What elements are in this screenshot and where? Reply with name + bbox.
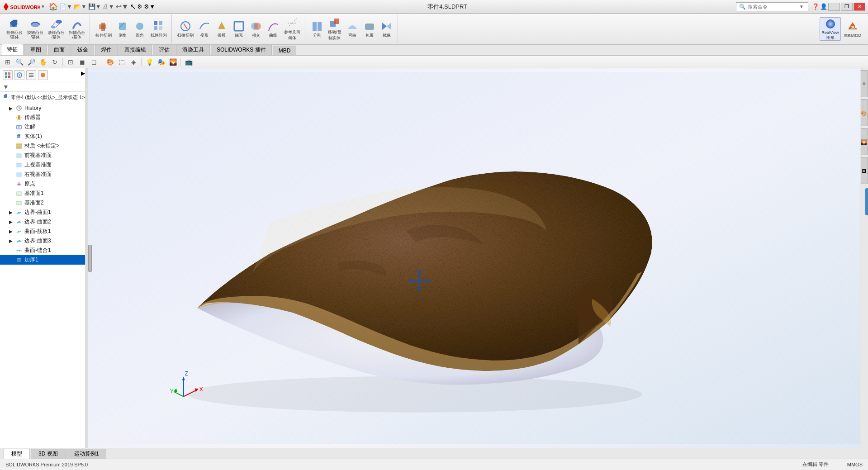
tab-weldment[interactable]: 焊件	[95, 44, 118, 55]
plane1-item[interactable]: ▶ 基准面1	[0, 189, 88, 198]
front-plane-item[interactable]: ▶ 前视基准面	[0, 151, 88, 160]
bend-button[interactable]: 弯曲	[344, 17, 360, 41]
appearances-button[interactable]: 🎨	[861, 99, 868, 126]
material-item[interactable]: ▶ 材质 <未指定>	[0, 141, 88, 151]
panel-resize-handle[interactable]: ⋮⋮	[88, 245, 92, 272]
restore-button[interactable]: ❐	[841, 3, 853, 11]
view-section-button[interactable]: ⊡	[66, 57, 76, 67]
close-button[interactable]: ✕	[854, 3, 865, 11]
sidebar-resize-handle[interactable]	[85, 68, 88, 448]
solid-bodies-item[interactable]: ▶ 实体(1)	[0, 132, 88, 141]
history-item[interactable]: ▶ History	[0, 104, 88, 113]
part-name-item[interactable]: 零件4 (默认<<默认>_显示状态 1>)	[0, 92, 88, 103]
extrude-cut-button[interactable]: 拉伸切割	[94, 17, 114, 41]
origin-item[interactable]: ▶ 原点	[0, 179, 88, 189]
split-button[interactable]: 分割	[309, 17, 325, 41]
bottom-tab-model[interactable]: 模型	[4, 449, 30, 459]
boundary-surface1-item[interactable]: ▶ 边界-曲面1	[0, 208, 88, 217]
wrap2-button[interactable]: 包覆	[361, 17, 378, 41]
view-pan-button[interactable]: ✋	[38, 57, 48, 67]
search-dropdown-icon[interactable]: ▼	[799, 4, 804, 9]
combine-button[interactable]: 移动/复制实体	[326, 17, 343, 41]
curve-button[interactable]: 曲线	[265, 17, 281, 41]
user-icon[interactable]: 👤	[820, 3, 827, 10]
tab-addins[interactable]: SOLIDWORKS 插件	[211, 44, 272, 55]
tab-features[interactable]: 特征	[1, 44, 24, 55]
save-icon[interactable]: 💾▼	[88, 3, 101, 10]
boundary-surface3-item[interactable]: ▶ 边界-曲面3	[0, 236, 88, 246]
options-icon[interactable]: ⚙▼	[144, 3, 155, 10]
view-hidden-button[interactable]: ◻	[89, 57, 99, 67]
view-zoom-button[interactable]: 🔎	[26, 57, 36, 67]
undo-icon[interactable]: ↩▼	[116, 2, 129, 11]
expand-right-panel-button[interactable]	[865, 188, 868, 215]
expand-sidebar-button[interactable]: ▶	[81, 70, 85, 80]
surface-rib1-expand-arrow[interactable]: ▶	[9, 229, 14, 234]
view-rotate-button[interactable]: ↻	[50, 57, 60, 67]
sweep-boss-button[interactable]: 扫描凸台/基体	[67, 17, 87, 41]
color-manager-button[interactable]	[38, 70, 48, 80]
right-plane-item[interactable]: ▶ 右视基准面	[0, 170, 88, 179]
view-scene-button[interactable]: 🌄	[168, 57, 178, 67]
top-plane-item[interactable]: ▶ 上视基准面	[0, 160, 88, 170]
surface-rib1-item[interactable]: ▶ 曲面-筋板1	[0, 227, 88, 236]
minimize-button[interactable]: ─	[828, 3, 840, 11]
bottom-tab-motion[interactable]: 运动算例1	[66, 449, 107, 459]
realview-button[interactable]: RealView图形	[820, 17, 841, 41]
instant3d-button[interactable]: 3D Instant3D	[842, 17, 863, 41]
scene-button[interactable]: 🌄	[861, 128, 868, 155]
annotations-item[interactable]: ▶ 注解	[0, 122, 88, 132]
boundary-surface1-expand-arrow[interactable]: ▶	[9, 210, 14, 215]
bottom-tab-3dview[interactable]: 3D 视图	[31, 449, 66, 459]
boundary-surface2-item[interactable]: ▶ 边界-曲面2	[0, 217, 88, 227]
view-display-button[interactable]: ◼	[77, 57, 87, 67]
ref-geom-button[interactable]: 参考几何何体	[282, 17, 302, 41]
deform-button[interactable]: 变形	[196, 17, 213, 41]
mirror-button[interactable]: 镜像	[379, 17, 395, 41]
view-previous-button[interactable]: 🔍	[14, 57, 24, 67]
boundary-surface2-expand-arrow[interactable]: ▶	[9, 219, 14, 224]
boundary-surface3-expand-arrow[interactable]: ▶	[9, 238, 14, 243]
intersect-button[interactable]: 相交	[248, 17, 264, 41]
tab-sheetmetal[interactable]: 钣金	[71, 44, 94, 55]
sensors-item[interactable]: ▶ 传感器	[0, 113, 88, 122]
plane2-item[interactable]: ▶ 基准面2	[0, 198, 88, 208]
view-wireframe-button[interactable]: ⬚	[117, 57, 127, 67]
decals-button[interactable]: 🖼	[861, 157, 868, 184]
view-orient-button[interactable]: ⊞	[3, 57, 13, 67]
view-perspective-button[interactable]: ◈	[128, 57, 138, 67]
search-input[interactable]	[748, 4, 797, 9]
chamfer-button[interactable]: 倒角	[114, 17, 131, 41]
view-lights-button[interactable]: 💡	[144, 57, 154, 67]
loft-boss-button[interactable]: 放样凸台/基体	[46, 17, 66, 41]
wrap-button[interactable]: 扫接切割	[175, 17, 195, 41]
draft-button[interactable]: 拔模	[213, 17, 230, 41]
view-appearance-button[interactable]: 🎭	[156, 57, 166, 67]
shell-button[interactable]: 抽壳	[231, 17, 247, 41]
3d-viewport[interactable]: X Y Z ⋮⋮	[88, 68, 860, 448]
view-shading-button[interactable]: 🎨	[105, 57, 115, 67]
revolve-boss-button[interactable]: 旋转凸台/基体	[25, 17, 45, 41]
view-display-state-button[interactable]: 📺	[184, 57, 194, 67]
view-palette-button[interactable]: ⊞	[861, 70, 868, 97]
new-icon[interactable]: 📄▼	[59, 3, 72, 10]
thicken1-item[interactable]: ▶ 加厚1	[0, 255, 88, 265]
tab-sketch[interactable]: 草图	[24, 44, 47, 55]
surface-knit1-item[interactable]: ▶ 曲面-缝合1	[0, 246, 88, 255]
pattern-button[interactable]: 线性阵列	[149, 17, 169, 41]
tab-mbd[interactable]: MBD	[273, 46, 297, 55]
config-manager-button[interactable]	[26, 70, 36, 80]
tab-direct-edit[interactable]: 直接编辑	[119, 44, 152, 55]
tab-evaluate[interactable]: 评估	[153, 44, 175, 55]
tab-surface[interactable]: 曲面	[48, 44, 71, 55]
extrude-boss-button[interactable]: 拉伸凸台/基体	[5, 17, 24, 41]
feature-manager-button[interactable]	[3, 70, 13, 80]
fillet-button[interactable]: 圆角	[132, 17, 148, 41]
history-expand-arrow[interactable]: ▶	[9, 106, 14, 111]
help-icon[interactable]: ❓	[812, 3, 819, 10]
print-icon[interactable]: 🖨▼	[103, 3, 114, 10]
home-icon[interactable]: 🏠	[49, 2, 58, 11]
open-icon[interactable]: 📂▼	[74, 3, 87, 10]
property-manager-button[interactable]	[14, 70, 24, 80]
cursor-icon[interactable]: ↖	[130, 2, 136, 11]
